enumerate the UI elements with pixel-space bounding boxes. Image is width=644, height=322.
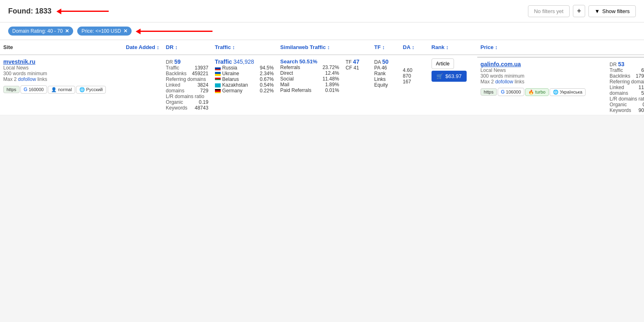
- https-tag: https: [481, 88, 497, 96]
- site-links-info: Max 2 dofollow links: [481, 79, 597, 85]
- date-cell: [600, 57, 606, 115]
- buy-button[interactable]: 🛒 $63.97: [432, 71, 467, 82]
- site-tags: httpsG 160000👤 normal🌐 Русский: [3, 85, 119, 94]
- show-filters-button[interactable]: ▼ Show filters: [588, 5, 636, 17]
- col-da[interactable]: DA ↕: [400, 40, 428, 55]
- turbo-tag: 🔥 turbo: [525, 88, 549, 96]
- results-table: Site Date Added ↕ DR ↕ Traffic ↕ Similar…: [0, 40, 644, 115]
- date-cell: [123, 55, 163, 115]
- price-filter-close[interactable]: ✕: [123, 28, 127, 34]
- site-tags: httpsG 106000🔥 turbo🌐 Українська: [481, 87, 597, 96]
- rank-cell: 4.60 870 167: [400, 55, 428, 115]
- google-tag: G 106000: [498, 88, 524, 96]
- col-traffic[interactable]: Traffic ↕: [212, 40, 277, 55]
- dr-value: 53: [618, 61, 625, 67]
- primary-source: Search: [280, 58, 298, 65]
- dr-value: 59: [174, 58, 181, 65]
- dr-filter-close[interactable]: ✕: [65, 28, 69, 34]
- country-row: Belarus0.67%: [215, 76, 274, 82]
- traffic-num: 345,928: [233, 58, 254, 65]
- col-site: Site: [0, 40, 123, 55]
- site-link[interactable]: galinfo.com.ua: [481, 61, 521, 67]
- dr-ratio: L/R domains ratio 0.19: [166, 94, 208, 99]
- article-button[interactable]: Article: [432, 58, 454, 69]
- traffic-sources-cell: Search 50.51%Referrals23.72%Direct12.4%S…: [277, 55, 342, 115]
- table-header-row: Site Date Added ↕ DR ↕ Traffic ↕ Similar…: [0, 40, 644, 55]
- price-value: $63.97: [445, 73, 462, 79]
- site-category: Local News: [481, 67, 597, 73]
- da-row: DA 50: [374, 58, 396, 65]
- da-cell: DA 50 PA 46 Rank Links Equity: [371, 55, 400, 115]
- tf-row: TF 47: [346, 58, 368, 65]
- site-words: 300 words minimum: [3, 71, 119, 76]
- https-tag: https: [3, 86, 20, 93]
- country-row: Germany0.22%: [215, 88, 274, 94]
- dr-filter-tag: Domain Rating: 40 - 70 ✕: [8, 27, 73, 36]
- price-cell: Article 🛒 $63.97: [428, 55, 477, 115]
- lang-tag: 🌐 Русский: [76, 86, 106, 94]
- source-row: Direct12.4%: [280, 70, 339, 76]
- pa-row: PA 46: [374, 65, 396, 71]
- site-links-info: Max 2 dofollow links: [3, 76, 119, 82]
- dr-backlinks: Backlinks 179216: [610, 73, 644, 79]
- filter-tags-bar: Domain Rating: 40 - 70 ✕ Price: <=100 US…: [0, 22, 644, 40]
- main-table-container: Site Date Added ↕ DR ↕ Traffic ↕ Similar…: [0, 40, 644, 115]
- site-category: Local News: [3, 65, 119, 71]
- found-section: Found: 1833: [8, 7, 109, 16]
- equity-row: Equity: [374, 82, 396, 88]
- dr-referring: Referring domains 11027: [610, 79, 644, 85]
- filter-controls: No filters yet + ▼ Show filters: [528, 5, 636, 17]
- dr-cell: DR 53 Traffic 6367 Backlinks 179216 Refe…: [606, 57, 644, 115]
- price-filter-label: Price: <=100 USD: [81, 28, 121, 34]
- top-bar: Found: 1833 No filters yet + ▼ Show filt…: [0, 0, 644, 22]
- dr-filter-label: Domain Rating: 40 - 70: [12, 28, 63, 34]
- dr-backlinks: Backlinks 459221: [166, 71, 208, 76]
- col-dr[interactable]: DR ↕: [163, 40, 212, 55]
- arrow2-icon: [139, 31, 212, 32]
- dr-traffic: Traffic 13937: [166, 65, 208, 71]
- dr-organic: Organic Keywords 90679: [610, 102, 644, 113]
- no-filters-label: No filters yet: [528, 5, 570, 17]
- source-row: Paid Referrals0.01%: [280, 87, 339, 93]
- source-row: Referrals23.72%: [280, 65, 339, 70]
- price-filter-tag: Price: <=100 USD ✕: [77, 27, 132, 36]
- lang-tag: 🌐 Українська: [550, 88, 586, 96]
- cf-row: CF 41: [346, 65, 368, 71]
- google-tag: G 160000: [20, 85, 47, 94]
- col-tf[interactable]: TF ↕: [371, 40, 400, 55]
- tf-cell: TF 47 CF 41: [342, 55, 371, 115]
- dr-traffic: Traffic 6367: [610, 67, 644, 73]
- col-rank[interactable]: Rank ↕: [428, 40, 477, 55]
- col-similarweb[interactable]: Similarweb Traffic ↕: [277, 40, 371, 55]
- dr-referring: Referring domains 3824: [166, 76, 208, 82]
- col-date[interactable]: Date Added ↕: [123, 40, 163, 55]
- cart-icon: 🛒: [436, 73, 443, 79]
- site-words: 300 words minimum: [481, 73, 597, 79]
- dr-cell: DR 59 Traffic 13937 Backlinks 459221 Ref…: [163, 55, 212, 115]
- arrow-icon: [60, 11, 109, 12]
- col-price[interactable]: Price ↕: [477, 40, 600, 55]
- links-row: Links: [374, 76, 396, 82]
- similarweb-countries-cell: Traffic 345,928Russia94.5%Ukraine2.34%Be…: [212, 55, 277, 115]
- rank-row: Rank: [374, 71, 396, 76]
- source-row: Social11.48%: [280, 76, 339, 82]
- normal-tag: 👤 normal: [48, 86, 75, 94]
- country-row: Russia94.5%: [215, 65, 274, 71]
- country-row: Kazakhstan0.54%: [215, 82, 274, 88]
- filter-funnel-icon: ▼: [595, 8, 600, 14]
- found-label: Found: 1833: [8, 7, 51, 16]
- dr-ratio: L/R domains ratio 0.47: [610, 96, 644, 102]
- country-row: Ukraine2.34%: [215, 71, 274, 76]
- site-link[interactable]: mvestnik.ru: [3, 58, 36, 65]
- add-filter-button[interactable]: +: [573, 5, 585, 17]
- traffic-label: Traffic: [215, 58, 232, 65]
- source-row: Mail1.89%: [280, 82, 339, 87]
